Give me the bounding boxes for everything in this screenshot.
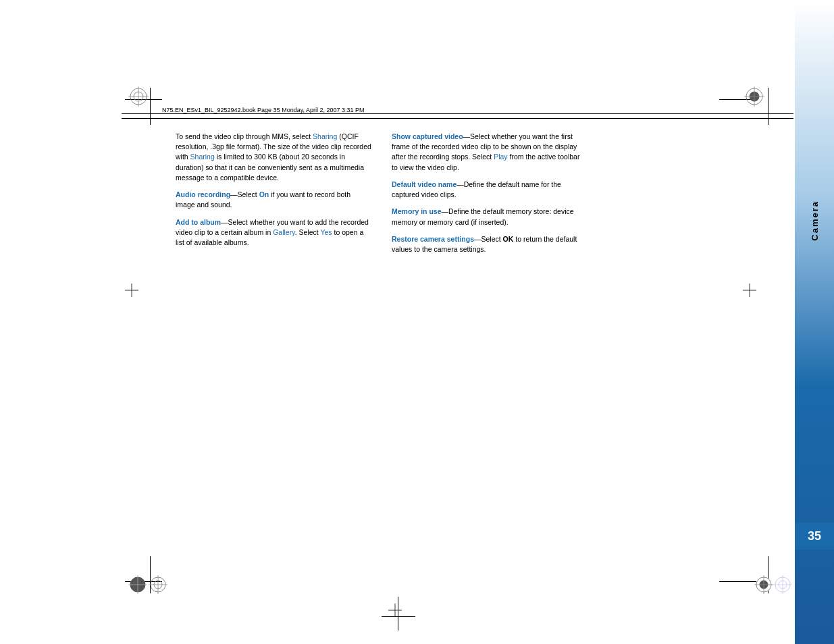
label-memory-in-use: Memory in use — [392, 207, 442, 215]
content-area: To send the video clip through MMS, sele… — [176, 132, 709, 576]
reg-mark-mr — [743, 284, 756, 298]
reg-mark-tr — [744, 86, 764, 108]
para-restore-camera-settings: Restore camera settings—Select OK to ret… — [392, 234, 588, 254]
link-play: Play — [494, 153, 507, 161]
reg-mark-ml — [125, 284, 138, 298]
reg-mark-tl — [128, 86, 149, 108]
para-show-captured-video: Show captured video—Select whether you w… — [392, 132, 588, 173]
para-default-video-name: Default video name—Define the default na… — [392, 180, 588, 200]
page-number-box: 35 — [795, 522, 834, 549]
link-sharing-1: Sharing — [313, 132, 337, 140]
side-tab: Camera 35 — [795, 0, 834, 644]
para-add-to-album: Add to album—Select whether you want to … — [176, 217, 371, 248]
right-column: Show captured video—Select whether you w… — [392, 132, 588, 261]
header-bottom-line — [122, 118, 793, 119]
link-sharing-2: Sharing — [190, 153, 215, 161]
page-container: Camera 35 N75.EN_ESv1_BIL_9252942.book P… — [0, 0, 834, 644]
label-add-to-album: Add to album — [176, 218, 221, 226]
link-on: On — [259, 190, 269, 198]
reg-mark-mc — [388, 603, 402, 618]
label-restore-camera-settings: Restore camera settings — [392, 235, 474, 243]
reg-mark-br2 — [754, 575, 773, 595]
link-ok: OK — [503, 235, 514, 243]
reg-mark-bl2 — [149, 575, 167, 595]
crop-mark-v2 — [768, 88, 768, 125]
header-top-line — [122, 113, 793, 114]
side-tab-label: Camera — [810, 200, 820, 241]
para-memory-in-use: Memory in use—Define the default memory … — [392, 207, 588, 227]
label-audio-recording: Audio recording — [176, 190, 230, 198]
crop-mark-v1 — [150, 88, 151, 125]
para-sharing: To send the video clip through MMS, sele… — [176, 132, 371, 183]
reg-mark-bl — [128, 575, 147, 595]
crop-mark-h4 — [719, 581, 756, 582]
link-yes: Yes — [320, 228, 332, 236]
left-column: To send the video clip through MMS, sele… — [176, 132, 371, 254]
label-show-captured-video: Show captured video — [392, 132, 463, 140]
label-default-video-name: Default video name — [392, 180, 457, 188]
para-audio-recording: Audio recording—Select On if you want to… — [176, 190, 371, 210]
header-file-info: N75.EN_ESv1_BIL_9252942.book Page 35 Mon… — [162, 107, 365, 113]
link-gallery: Gallery — [273, 228, 294, 236]
reg-mark-br1 — [773, 575, 792, 595]
page-number: 35 — [808, 529, 821, 543]
